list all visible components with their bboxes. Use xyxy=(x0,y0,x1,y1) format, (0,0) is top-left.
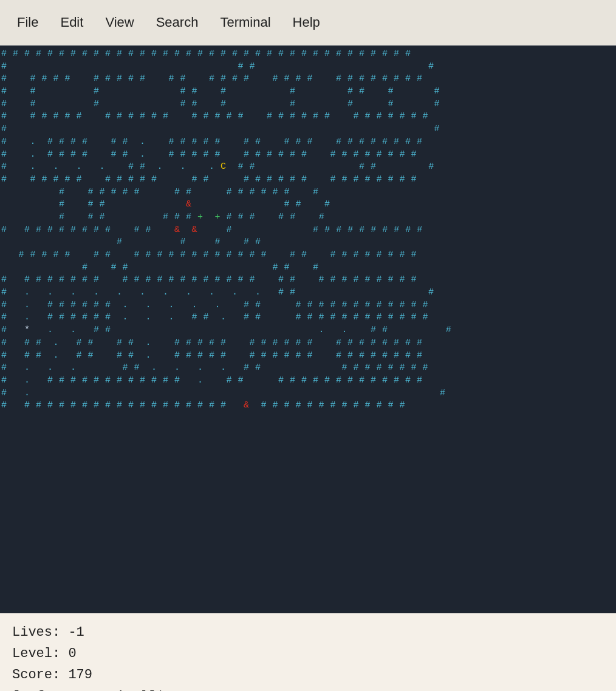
terminal-line: # # # # # # # # # # # # # # # # # # # # … xyxy=(1,249,615,262)
terminal-prompt: [rufas:caterminal]$ xyxy=(12,686,604,691)
menu-edit[interactable]: Edit xyxy=(49,10,94,35)
terminal-line: # # # . # # # # . # # # # # # # # # # # … xyxy=(1,350,615,363)
terminal-line: # # # # # xyxy=(1,236,615,249)
terminal-display[interactable]: # # # # # # # # # # # # # # # # # # # # … xyxy=(0,46,616,613)
menu-search[interactable]: Search xyxy=(145,10,210,35)
terminal-line: # # # # # # # # # # # # # # # # # # # # … xyxy=(1,274,615,287)
terminal-line: # # # & # # # xyxy=(1,199,615,211)
terminal-line: # . # # # # # # . # # # # # # # # # # # … xyxy=(1,149,615,162)
terminal-line: # # # # # # # # # # xyxy=(1,98,615,111)
terminal-line: # # # # # # # # # # # # # # # # # # # # … xyxy=(1,174,615,186)
terminal-line: # . # # # # # # . . . # # . # # # # # # … xyxy=(1,311,615,324)
terminal-line: # # # # # # # # # # # # # # # # # # # # … xyxy=(1,73,615,86)
terminal-line: # # # # # # # # # # # # # # # # # # # # … xyxy=(1,111,615,123)
terminal-line: # # xyxy=(1,123,615,136)
terminal-line: # . . . . . . . . . . . # # # xyxy=(1,287,615,299)
terminal-line: # . . . # # . . . . # # # # # # # # # # xyxy=(1,362,615,375)
menu-help[interactable]: Help xyxy=(282,10,331,35)
menu-terminal[interactable]: Terminal xyxy=(209,10,281,35)
terminal-line: # # # # xyxy=(1,61,615,73)
terminal-line: # * . . # # . . # # # xyxy=(1,324,615,337)
terminal-line: # # # # # # + + # # # # # # xyxy=(1,211,615,224)
terminal-line: # . # xyxy=(1,387,615,400)
status-bar: Lives: -1 Level: 0 Score: 179 [rufas:cat… xyxy=(0,613,616,691)
score-display: Score: 179 xyxy=(12,664,604,686)
terminal-line: # # # # # # # # # # # # # # # # # # # # … xyxy=(1,48,615,61)
terminal-line: # # # # # # # # # # # # # # # # # # # & … xyxy=(1,400,615,412)
terminal-line: # . # # # # # # . # # # # # # # # # # # … xyxy=(1,136,615,149)
terminal-line: # . . . . # # . . . C # # # # # xyxy=(1,161,615,174)
level-display: Level: 0 xyxy=(12,643,604,664)
terminal-line: # # # # # # xyxy=(1,262,615,274)
menu-view[interactable]: View xyxy=(94,10,145,35)
terminal-line: # . # # # # # # # # # # # # . # # # # # … xyxy=(1,375,615,387)
menu-bar: File Edit View Search Terminal Help xyxy=(0,0,616,46)
terminal-line: # # # # # # # # # # # xyxy=(1,86,615,98)
lives-display: Lives: -1 xyxy=(12,622,604,643)
terminal-line: # # # # # # # # # # # # # # # xyxy=(1,186,615,199)
terminal-line: # . # # # # # # . . . . . # # # # # # # … xyxy=(1,299,615,312)
menu-file[interactable]: File xyxy=(6,10,49,35)
terminal-line: # # # . # # # # . # # # # # # # # # # # … xyxy=(1,337,615,350)
terminal-line: # # # # # # # # # # # & & # # # # # # # … xyxy=(1,224,615,237)
